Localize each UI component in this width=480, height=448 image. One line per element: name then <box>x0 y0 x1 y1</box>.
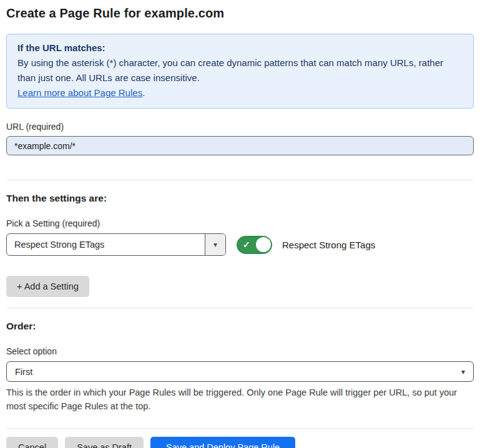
page-title: Create a Page Rule for example.com <box>6 6 474 21</box>
order-dropdown-value: First <box>15 367 32 377</box>
info-box-body: By using the asterisk (*) character, you… <box>17 56 463 85</box>
form-actions: Cancel Save as Draft Save and Deploy Pag… <box>6 437 474 448</box>
cancel-button[interactable]: Cancel <box>6 437 58 448</box>
url-field-label: URL (required) <box>6 122 474 132</box>
info-box-link-line: Learn more about Page Rules. <box>17 85 463 100</box>
link-suffix: . <box>142 87 145 98</box>
page-rule-form: Create a Page Rule for example.com If th… <box>0 0 480 448</box>
add-setting-button[interactable]: + Add a Setting <box>6 276 89 297</box>
url-match-info-box: If the URL matches: By using the asteris… <box>6 34 474 109</box>
order-dropdown[interactable]: First ▾ <box>6 361 474 382</box>
setting-row: Respect Strong ETags ▾ ✓ Respect Strong … <box>6 233 474 256</box>
save-as-draft-button[interactable]: Save as Draft <box>65 437 144 448</box>
setting-dropdown-value: Respect Strong ETags <box>7 234 205 255</box>
info-box-heading: If the URL matches: <box>17 41 463 56</box>
divider <box>6 308 474 308</box>
divider <box>6 180 474 180</box>
order-section-heading: Order: <box>6 321 474 332</box>
order-help-text: This is the order in which your Page Rul… <box>6 386 474 413</box>
order-select-label: Select option <box>6 346 474 356</box>
setting-toggle[interactable]: ✓ <box>237 236 272 254</box>
url-input[interactable] <box>6 136 474 155</box>
chevron-down-icon[interactable]: ▾ <box>205 234 225 255</box>
check-icon: ✓ <box>243 240 250 249</box>
toggle-knob <box>256 237 271 252</box>
chevron-down-icon: ▾ <box>461 368 465 376</box>
save-and-deploy-button[interactable]: Save and Deploy Page Rule <box>150 437 295 448</box>
divider <box>6 428 474 429</box>
setting-dropdown[interactable]: Respect Strong ETags ▾ <box>6 233 226 256</box>
learn-more-link[interactable]: Learn more about Page Rules <box>17 87 142 98</box>
settings-section-heading: Then the settings are: <box>6 193 474 204</box>
setting-toggle-label: Respect Strong ETags <box>282 240 375 250</box>
setting-picker-label: Pick a Setting (required) <box>6 218 474 228</box>
